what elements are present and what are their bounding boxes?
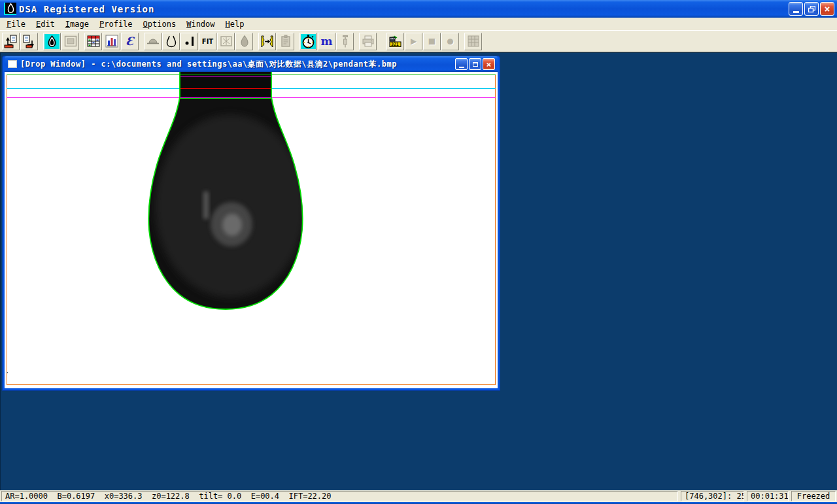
maximize-icon [473,62,478,67]
contact-angle-button[interactable] [180,33,198,50]
drop-profile-button[interactable] [162,33,180,50]
clipboard-icon [279,35,292,48]
child-close-button[interactable]: × [483,58,495,70]
minimize-icon [459,67,464,68]
bar-chart-icon [105,35,118,48]
drop-shape-icon [238,35,251,48]
sessile-drop-icon [146,35,160,48]
print-icon [362,35,375,48]
main-titlebar[interactable]: DSA Registered Version × [0,0,837,18]
epsilon-icon: Ɛ [126,35,133,48]
stop-icon: ■ [428,37,436,46]
zoom-frame-button [217,33,235,50]
child-minimize-button[interactable] [455,58,468,70]
profile-extract-icon [260,35,274,48]
drop-window[interactable]: [Drop Window] - c:\documents and setting… [3,56,500,390]
drop-image-canvas[interactable] [5,72,498,388]
profile-extract-button[interactable] [258,33,276,50]
sessile-drop-button [144,33,162,50]
timer-icon [301,34,316,49]
fit-label: FIT [202,38,213,45]
restore-button[interactable] [804,2,819,16]
pixel-info-panel: [746,302]: 255 [681,491,744,501]
video-counter-icon: 321 [388,35,402,48]
drop-profile-icon [165,35,178,48]
fit-button[interactable]: FIT [199,33,216,50]
print-button [359,33,377,50]
epsilon-button[interactable]: Ɛ [121,33,139,50]
minimize-icon [793,11,799,13]
mdi-workspace: [Drop Window] - c:\documents and setting… [0,52,837,490]
drop-snapshot-icon [44,34,60,49]
menu-help[interactable]: Help [220,18,250,30]
zoom-frame-icon [220,35,233,48]
app-drop-logo-icon [4,3,16,15]
import-image-button[interactable] [2,33,20,50]
play-button: ▶ [405,33,422,50]
close-icon: × [487,59,492,69]
video-counter-button[interactable]: 321 [386,33,404,50]
minimize-button[interactable] [789,2,803,16]
svg-text:321: 321 [391,42,399,47]
menu-image[interactable]: Image [60,18,94,30]
dsa-application-window: DSA Registered Version × File Edit Image… [0,0,837,504]
syringe-icon [339,35,352,48]
syringe-button [336,33,354,50]
statusbar: AR=1.0000 B=0.6197 x0=336.3 z0=122.8 til… [0,490,837,502]
bar-chart-button[interactable] [103,33,120,50]
menu-profile[interactable]: Profile [94,18,138,30]
close-button[interactable]: × [820,2,834,16]
magnification-icon: m [321,36,333,47]
drop-window-title: [Drop Window] - c:\documents and setting… [20,59,455,70]
pendant-drop-image [5,72,498,388]
menu-options[interactable]: Options [138,18,182,30]
time-panel: 00:01:31 [747,491,789,501]
drop-shape-button [235,33,253,50]
document-icon [8,60,17,68]
results-table-icon [87,35,100,48]
menu-file[interactable]: File [1,18,31,30]
image-frame-icon [64,35,77,48]
export-image-button[interactable] [20,33,38,50]
export-image-icon [22,35,36,48]
record-button: ● [441,33,459,50]
menubar: File Edit Image Profile Options Window H… [0,18,837,31]
menu-edit[interactable]: Edit [31,18,60,30]
close-icon: × [824,3,830,15]
state-panel: Freezed [791,491,836,501]
frame-grid-button [464,33,482,50]
drop-window-titlebar[interactable]: [Drop Window] - c:\documents and setting… [5,56,498,72]
child-maximize-button[interactable] [469,58,481,70]
results-table-button[interactable] [84,33,102,50]
fit-results-panel: AR=1.0000 B=0.6197 x0=336.3 z0=122.8 til… [1,491,678,501]
timer-button[interactable] [299,33,317,50]
frame-grid-icon [467,35,480,48]
clipboard-button [277,33,294,50]
menu-window[interactable]: Window [181,18,220,30]
contact-angle-icon [183,35,196,48]
image-frame-button [61,33,79,50]
import-image-icon [4,35,18,48]
toolbar: Ɛ FIT [0,31,837,52]
restore-icon [808,6,815,12]
magnification-button[interactable]: m [318,33,335,50]
play-icon: ▶ [411,37,417,46]
record-icon: ● [447,37,453,46]
stop-button: ■ [423,33,441,50]
drop-snapshot-button[interactable] [43,33,61,50]
app-title: DSA Registered Version [19,4,789,14]
